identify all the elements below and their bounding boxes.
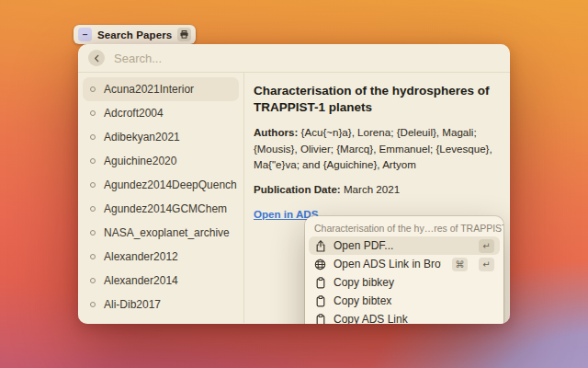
list-item-label: NASA_exoplanet_archive bbox=[104, 226, 230, 239]
circle-bullet-icon bbox=[90, 158, 96, 164]
chevron-left-icon bbox=[93, 54, 101, 63]
action-menu-item[interactable]: Open PDF...↵ bbox=[309, 236, 500, 255]
list-item-label: Alexander2012 bbox=[104, 250, 178, 263]
list-item[interactable]: Adibekyan2021 bbox=[83, 125, 239, 149]
clipboard-icon bbox=[314, 277, 326, 289]
pubdate-value: March 2021 bbox=[341, 183, 400, 195]
paper-pubdate: Publication Date: March 2021 bbox=[254, 181, 497, 197]
list-item-label: Agundez2014DeepQuench bbox=[104, 178, 237, 191]
list-item[interactable]: Acuna2021Interior bbox=[83, 77, 239, 101]
list-item[interactable]: Agundez2014DeepQuench bbox=[83, 173, 239, 197]
paper-title: Characterisation of the hydrospheres of … bbox=[254, 83, 497, 116]
dash-key-icon: – bbox=[78, 28, 92, 41]
list-item[interactable]: Alibert2005 bbox=[83, 316, 239, 323]
action-menu-item[interactable]: Copy bibtex bbox=[309, 292, 500, 310]
clipboard-icon bbox=[314, 314, 326, 325]
circle-bullet-icon bbox=[90, 278, 96, 283]
back-button[interactable] bbox=[88, 50, 105, 66]
list-item[interactable]: Adcroft2004 bbox=[83, 101, 239, 125]
list-item-label: Adcroft2004 bbox=[104, 107, 164, 120]
list-item-label: Agundez2014GCMChem bbox=[104, 202, 227, 215]
list-item[interactable]: Agundez2014GCMChem bbox=[83, 197, 239, 221]
action-menu-item-label: Open ADS Link in Browser bbox=[334, 258, 441, 270]
list-item[interactable]: Aguichine2020 bbox=[83, 149, 239, 173]
circle-bullet-icon bbox=[90, 134, 96, 140]
paper-authors: Authors: {Acu{~n}a}, Lorena; {Deleuil}, … bbox=[254, 124, 497, 172]
shortcut-keycap: ↵ bbox=[479, 258, 494, 271]
shortcut-keycap: ↵ bbox=[479, 239, 494, 253]
list-item-label: Adibekyan2021 bbox=[104, 131, 180, 144]
papers-list: Acuna2021InteriorAdcroft2004Adibekyan202… bbox=[78, 73, 244, 323]
list-item-label: Aguichine2020 bbox=[104, 155, 176, 167]
circle-bullet-icon bbox=[90, 86, 96, 92]
list-item-label: Ali-Dib2017 bbox=[104, 298, 161, 311]
list-item-label: Alibert2005 bbox=[104, 322, 160, 323]
action-menu-item[interactable]: Copy ADS Link bbox=[309, 310, 500, 324]
content-area: Acuna2021InteriorAdcroft2004Adibekyan202… bbox=[78, 73, 510, 323]
action-menu-item-label: Open PDF... bbox=[334, 239, 468, 252]
shortcut-keycap: ⌘ bbox=[452, 258, 468, 271]
raycast-window: Search... Acuna2021InteriorAdcroft2004Ad… bbox=[78, 44, 510, 324]
authors-label: Authors: bbox=[254, 126, 298, 138]
screen: – Search Papers Search... Acuna2021Inter… bbox=[0, 0, 588, 368]
search-bar: Search... bbox=[78, 44, 510, 73]
circle-bullet-icon bbox=[90, 302, 96, 307]
list-item[interactable]: NASA_exoplanet_archive bbox=[83, 221, 239, 245]
action-menu-item-label: Copy bibtex bbox=[334, 294, 494, 307]
hotkey-pill[interactable]: – Search Papers bbox=[74, 25, 196, 44]
action-menu-item-label: Copy ADS Link bbox=[334, 313, 494, 324]
action-menu-item[interactable]: Open ADS Link in Browser⌘↵ bbox=[309, 255, 500, 273]
circle-bullet-icon bbox=[90, 110, 96, 116]
clipboard-icon bbox=[314, 295, 326, 307]
action-menu-item-label: Copy bibkey bbox=[334, 276, 494, 289]
list-item[interactable]: Alexander2014 bbox=[83, 269, 239, 293]
circle-bullet-icon bbox=[90, 182, 96, 188]
search-input[interactable]: Search... bbox=[114, 52, 162, 65]
action-menu-item[interactable]: Copy bibkey bbox=[309, 273, 500, 292]
pubdate-label: Publication Date: bbox=[254, 183, 341, 195]
action-menu-items: Open PDF...↵Open ADS Link in Browser⌘↵Co… bbox=[305, 236, 503, 324]
action-menu-header: Characterisation of the hy…res of TRAPPI… bbox=[305, 216, 503, 236]
globe-icon bbox=[314, 259, 326, 270]
circle-bullet-icon bbox=[90, 206, 96, 212]
printer-icon bbox=[177, 28, 191, 41]
list-item-label: Alexander2014 bbox=[104, 274, 178, 287]
hotkey-pill-label: Search Papers bbox=[97, 29, 172, 40]
list-item[interactable]: Ali-Dib2017 bbox=[83, 293, 239, 316]
action-menu: Characterisation of the hy…res of TRAPPI… bbox=[305, 216, 503, 324]
list-item-label: Acuna2021Interior bbox=[104, 83, 194, 96]
share-icon bbox=[314, 240, 326, 252]
circle-bullet-icon bbox=[90, 230, 96, 236]
list-item[interactable]: Alexander2012 bbox=[83, 245, 239, 269]
circle-bullet-icon bbox=[90, 254, 96, 259]
